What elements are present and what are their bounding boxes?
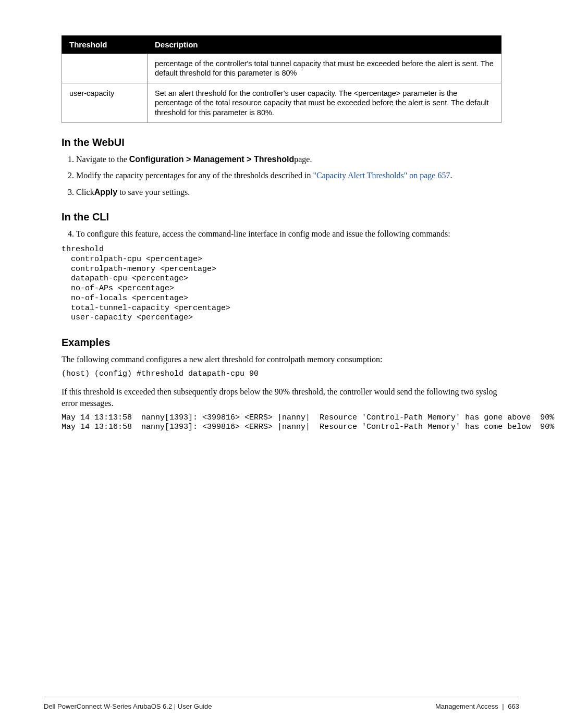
table-header-description: Description xyxy=(148,36,501,54)
example-code-2: May 14 13:13:58 nanny[1393]: <399816> <E… xyxy=(62,413,501,433)
table-cell-description: percentage of the controller's total tun… xyxy=(148,54,501,83)
step-text: Modify the capacity percentages for any … xyxy=(76,171,313,180)
table-row: percentage of the controller's total tun… xyxy=(62,54,501,83)
footer-section: Management Access xyxy=(435,702,498,710)
threshold-table: Threshold Description percentage of the … xyxy=(62,35,501,123)
footer-divider xyxy=(44,697,519,697)
step-text: Click xyxy=(76,188,94,196)
example-paragraph: The following command configures a new a… xyxy=(62,354,501,365)
heading-webui: In the WebUI xyxy=(62,137,501,149)
step-text: page. xyxy=(294,155,312,164)
step-text: To configure this feature, access the co… xyxy=(76,229,450,238)
link-capacity-alert[interactable]: "Capacity Alert Thresholds" on page 657 xyxy=(313,171,450,180)
step-text: to save your settings. xyxy=(117,188,190,196)
cli-steps: To configure this feature, access the co… xyxy=(62,228,501,240)
footer-row: Dell PowerConnect W-Series ArubaOS 6.2 |… xyxy=(44,702,519,710)
webui-steps: Navigate to the Configuration > Manageme… xyxy=(62,154,501,198)
step-3: ClickApply to save your settings. xyxy=(76,187,501,198)
footer-right: Management Access | 663 xyxy=(435,702,519,710)
heading-examples: Examples xyxy=(62,337,501,349)
table-header-row: Threshold Description xyxy=(62,36,501,54)
example-code-1: (host) (config) #threshold datapath-cpu … xyxy=(62,369,501,379)
step-4: To configure this feature, access the co… xyxy=(76,228,501,240)
table-header-threshold: Threshold xyxy=(62,36,148,54)
heading-cli: In the CLI xyxy=(62,211,501,223)
step-bold: Configuration > Management > Threshold xyxy=(129,155,294,164)
footer-separator: | xyxy=(502,702,504,710)
step-bold: Apply xyxy=(94,188,117,196)
step-2: Modify the capacity percentages for any … xyxy=(76,170,501,181)
cli-code-block: threshold controlpath-cpu <percentage> c… xyxy=(62,245,501,323)
table-cell-threshold: user-capacity xyxy=(62,83,148,122)
step-1: Navigate to the Configuration > Manageme… xyxy=(76,154,501,165)
table-cell-threshold xyxy=(62,54,148,83)
page-footer: Dell PowerConnect W-Series ArubaOS 6.2 |… xyxy=(0,697,563,710)
page: Threshold Description percentage of the … xyxy=(0,0,563,728)
footer-page-number: 663 xyxy=(508,702,519,710)
step-text: Navigate to the xyxy=(76,155,129,164)
example-paragraph: If this threshold is exceeded then subse… xyxy=(62,386,501,409)
step-text: . xyxy=(450,171,452,180)
table-cell-description: Set an alert threshold for the controlle… xyxy=(148,83,501,122)
footer-left: Dell PowerConnect W-Series ArubaOS 6.2 |… xyxy=(44,702,212,710)
table-row: user-capacity Set an alert threshold for… xyxy=(62,83,501,122)
